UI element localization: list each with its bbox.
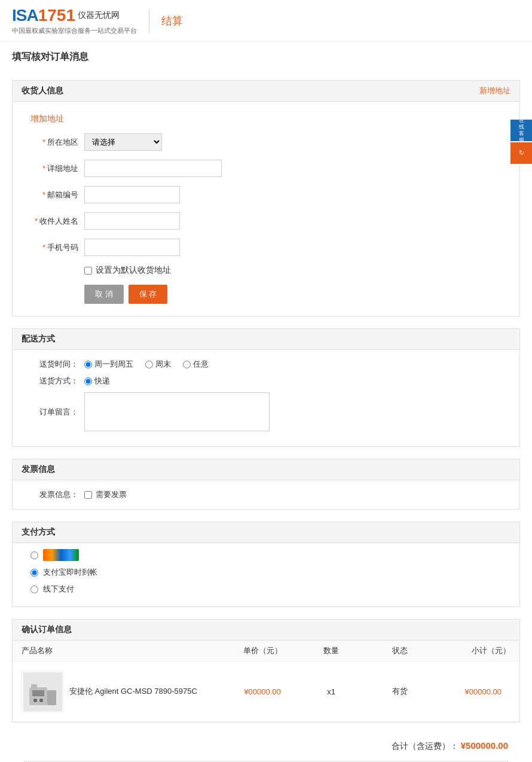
order-note-label: 订单留言： <box>30 407 78 417</box>
header: ISA 1751 仪器无忧网 中国最权威实验室综合服务一站式交易平台 结算 <box>0 0 532 42</box>
method-option-express[interactable]: 快递 <box>84 376 110 386</box>
name-input[interactable] <box>84 212 180 230</box>
delivery-time-row: 送货时间： 周一到周五 周末 任意 <box>30 359 502 370</box>
delivery-body: 送货时间： 周一到周五 周末 任意 <box>12 350 520 447</box>
delivery-time-label: 送货时间： <box>30 359 78 370</box>
address-row: *详细地址 <box>30 160 502 177</box>
col-header-qty: 数量 <box>301 645 361 656</box>
order-columns-header: 产品名称 单价（元） 数量 状态 小计（元） <box>13 641 519 662</box>
save-button[interactable]: 保 存 <box>129 285 168 304</box>
invoice-label: 发票信息： <box>30 489 78 500</box>
order-note-row: 订单留言： <box>30 392 502 431</box>
col-header-price: 单价（元） <box>224 645 301 656</box>
payment-option-offline: 线下支付 <box>30 584 502 595</box>
delivery-section: 配送方式 送货时间： 周一到周五 周末 任意 <box>12 328 520 447</box>
col-header-subtotal: 小计（元） <box>439 645 510 656</box>
order-confirm-body: 产品名称 单价（元） 数量 状态 小计（元） <box>12 641 520 723</box>
svg-rect-1 <box>32 690 44 696</box>
payment-radio-offline[interactable] <box>30 586 38 593</box>
default-address-label: 设置为默认收货地址 <box>96 265 171 276</box>
address-input[interactable] <box>84 160 222 177</box>
new-address-link[interactable]: 新增地址 <box>479 86 510 96</box>
order-confirm-title: 确认订单信息 <box>22 624 72 635</box>
invoice-section: 发票信息 发票信息： 需要发票 <box>12 459 520 510</box>
phone-label: *手机号码 <box>30 242 78 253</box>
region-select[interactable]: 请选择 <box>84 133 162 151</box>
zipcode-input[interactable] <box>84 186 180 203</box>
product-thumbnail <box>22 670 63 712</box>
add-address-link[interactable]: 增加地址 <box>30 114 502 124</box>
sidebar-float: 在线客服 ↻ <box>510 120 532 165</box>
receiver-section-body: 增加地址 *所在地区 请选择 *详细地址 *邮箱编号 <box>12 102 520 316</box>
zipcode-row: *邮箱编号 <box>30 186 502 203</box>
product-name: 安捷伦 Agilent GC-MSD 7890-5975C <box>69 686 197 697</box>
default-address-row: 设置为默认收货地址 <box>84 265 502 276</box>
product-image <box>23 672 62 711</box>
receiver-section: 收货人信息 新增地址 增加地址 *所在地区 请选择 *详细地址 <box>12 80 520 316</box>
product-name-cell: 安捷伦 Agilent GC-MSD 7890-5975C <box>22 670 224 712</box>
product-status: 有货 <box>361 686 439 697</box>
product-price: ¥00000.00 <box>224 687 301 696</box>
payment-radio-bank[interactable] <box>30 551 38 559</box>
delivery-method-label: 送货方式： <box>30 376 78 386</box>
invoice-check-group: 需要发票 <box>84 489 127 500</box>
cancel-button[interactable]: 取 消 <box>84 285 124 304</box>
time-option-weekday[interactable]: 周一到周五 <box>84 359 133 370</box>
col-header-status: 状态 <box>361 645 439 656</box>
svg-point-3 <box>33 699 37 702</box>
svg-rect-5 <box>31 684 37 689</box>
header-title: 结算 <box>161 14 183 28</box>
delivery-method-row: 送货方式： 快递 <box>30 376 502 386</box>
payment-option-alipay: 支付宝即时到帐 <box>30 567 502 578</box>
svg-point-4 <box>39 699 43 702</box>
invoice-checkbox[interactable] <box>84 491 92 499</box>
region-label: *所在地区 <box>30 137 78 148</box>
order-confirm-section: 确认订单信息 产品名称 单价（元） 数量 状态 小计（元） <box>12 619 520 723</box>
phone-row: *手机号码 <box>30 239 502 256</box>
customer-service-btn[interactable]: 在线客服 <box>510 120 532 141</box>
refresh-btn[interactable]: ↻ <box>510 142 532 164</box>
time-option-weekend[interactable]: 周末 <box>145 359 171 370</box>
address-label: *详细地址 <box>30 163 78 174</box>
receiver-section-title: 收货人信息 <box>22 86 63 96</box>
page-content: 填写核对订单消息 收货人信息 新增地址 增加地址 *所在地区 请选择 *详细地址 <box>0 42 532 762</box>
payment-section-header: 支付方式 <box>12 522 520 543</box>
payment-section: 支付方式 支付宝即时到帐 线下支付 <box>12 522 520 607</box>
delivery-section-title: 配送方式 <box>22 334 55 345</box>
logo-area: ISA 1751 仪器无忧网 中国最权威实验室综合服务一站式交易平台 <box>12 6 137 35</box>
payment-offline-label: 线下支付 <box>43 584 74 595</box>
payment-radio-alipay[interactable] <box>30 569 38 577</box>
delivery-section-header: 配送方式 <box>12 328 520 350</box>
table-row: 安捷伦 Agilent GC-MSD 7890-5975C ¥00000.00 … <box>13 662 519 722</box>
svg-rect-2 <box>47 690 56 705</box>
total-label: 合计（含运费）： <box>392 741 458 751</box>
total-area: 合计（含运费）： ¥500000.00 <box>12 731 520 761</box>
total-amount: ¥500000.00 <box>461 740 508 751</box>
time-option-any[interactable]: 任意 <box>183 359 209 370</box>
invoice-section-title: 发票信息 <box>22 464 55 475</box>
order-note-input[interactable] <box>84 392 270 431</box>
bank-logo-icon <box>43 549 79 561</box>
logo-icon: 仪器无忧网 <box>78 10 120 21</box>
col-header-name: 产品名称 <box>22 645 224 656</box>
logo-tagline: 中国最权威实验室综合服务一站式交易平台 <box>12 26 137 35</box>
name-label: *收件人姓名 <box>30 216 78 227</box>
invoice-checkbox-label: 需要发票 <box>96 489 127 500</box>
payment-section-title: 支付方式 <box>22 527 55 538</box>
form-buttons: 取 消 保 存 <box>84 285 502 304</box>
delivery-time-options: 周一到周五 周末 任意 <box>84 359 209 370</box>
logo-1751: 1751 <box>38 6 75 25</box>
region-row: *所在地区 请选择 <box>30 133 502 151</box>
phone-input[interactable] <box>84 239 180 256</box>
product-subtotal: ¥00000.00 <box>439 687 510 696</box>
name-row: *收件人姓名 <box>30 212 502 230</box>
payment-body: 支付宝即时到帐 线下支付 <box>12 543 520 607</box>
invoice-body: 发票信息： 需要发票 <box>12 480 520 510</box>
default-address-checkbox[interactable] <box>84 267 92 275</box>
invoice-row: 发票信息： 需要发票 <box>30 489 502 500</box>
receiver-section-header: 收货人信息 新增地址 <box>12 80 520 102</box>
payment-alipay-label: 支付宝即时到帐 <box>43 567 97 578</box>
payment-option-bank <box>30 549 502 561</box>
logo-isa: ISA <box>12 6 38 25</box>
zipcode-label: *邮箱编号 <box>30 190 78 200</box>
